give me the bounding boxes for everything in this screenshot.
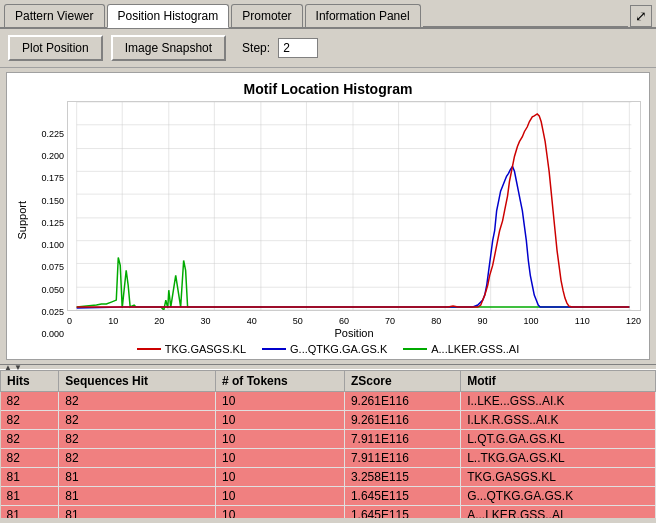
cell-motif: L.QT.G.GA.GS.KL	[461, 430, 656, 449]
tab-bar: Pattern Viewer Position Histogram Promot…	[0, 0, 656, 29]
col-sequences-hit: Sequences Hit	[59, 371, 216, 392]
results-table-scroll[interactable]: Hits Sequences Hit # of Tokens ZScore Mo…	[0, 370, 656, 518]
cell-zscore: 9.261E116	[344, 411, 460, 430]
legend-item-red: TKG.GASGS.KL	[137, 343, 246, 355]
x-axis-label: Position	[67, 327, 641, 339]
cell-tokens: 10	[215, 468, 344, 487]
table-row[interactable]: 8282109.261E116I.LK.R.GSS..AI.K	[1, 411, 656, 430]
image-snapshot-button[interactable]: Image Snapshot	[111, 35, 226, 61]
cell-seq: 82	[59, 430, 216, 449]
table-row[interactable]: 8181101.645E115A...LKER.GSS..AI	[1, 506, 656, 519]
legend-item-blue: G...QTKG.GA.GS.K	[262, 343, 387, 355]
legend-line-red	[137, 348, 161, 350]
tab-position-histogram[interactable]: Position Histogram	[107, 4, 230, 28]
tab-pattern-viewer[interactable]: Pattern Viewer	[4, 4, 105, 27]
resize-icon[interactable]: ⤢	[630, 5, 652, 27]
cell-motif: A...LKER.GSS..AI	[461, 506, 656, 519]
cell-hits: 82	[1, 392, 59, 411]
cell-seq: 82	[59, 449, 216, 468]
cell-tokens: 10	[215, 506, 344, 519]
cell-motif: I..LKE...GSS..AI.K	[461, 392, 656, 411]
cell-seq: 81	[59, 487, 216, 506]
y-axis-label: Support	[16, 201, 28, 240]
chart-legend: TKG.GASGS.KL G...QTKG.GA.GS.K A...LKER.G…	[15, 343, 641, 355]
cell-hits: 82	[1, 449, 59, 468]
cell-hits: 81	[1, 468, 59, 487]
table-header-row: Hits Sequences Hit # of Tokens ZScore Mo…	[1, 371, 656, 392]
col-hits: Hits	[1, 371, 59, 392]
table-row[interactable]: 8181103.258E115TKG.GASGS.KL	[1, 468, 656, 487]
cell-seq: 82	[59, 392, 216, 411]
step-input[interactable]	[278, 38, 318, 58]
cell-motif: TKG.GASGS.KL	[461, 468, 656, 487]
tab-promoter[interactable]: Promoter	[231, 4, 302, 27]
cell-hits: 81	[1, 506, 59, 519]
cell-hits: 82	[1, 430, 59, 449]
cell-zscore: 3.258E115	[344, 468, 460, 487]
cell-tokens: 10	[215, 430, 344, 449]
step-label: Step:	[242, 41, 270, 55]
cell-motif: I.LK.R.GSS..AI.K	[461, 411, 656, 430]
table-row[interactable]: 8282107.911E116L.QT.G.GA.GS.KL	[1, 430, 656, 449]
tab-information-panel[interactable]: Information Panel	[305, 4, 421, 27]
col-zscore: ZScore	[344, 371, 460, 392]
cell-zscore: 7.911E116	[344, 430, 460, 449]
legend-label-blue: G...QTKG.GA.GS.K	[290, 343, 387, 355]
legend-line-blue	[262, 348, 286, 350]
toolbar: Plot Position Image Snapshot Step:	[0, 29, 656, 68]
legend-label-green: A...LKER.GSS..AI	[431, 343, 519, 355]
chart-title: Motif Location Histogram	[15, 81, 641, 97]
plot-position-button[interactable]: Plot Position	[8, 35, 103, 61]
cell-seq: 81	[59, 468, 216, 487]
y-axis-ticks: 0.000 0.025 0.050 0.075 0.100 0.125 0.15…	[31, 129, 67, 339]
col-motif: Motif	[461, 371, 656, 392]
cell-zscore: 1.645E115	[344, 487, 460, 506]
cell-tokens: 10	[215, 487, 344, 506]
table-row[interactable]: 8282109.261E116I..LKE...GSS..AI.K	[1, 392, 656, 411]
cell-tokens: 10	[215, 411, 344, 430]
cell-tokens: 10	[215, 449, 344, 468]
results-table: Hits Sequences Hit # of Tokens ZScore Mo…	[0, 370, 656, 518]
cell-hits: 82	[1, 411, 59, 430]
legend-line-green	[403, 348, 427, 350]
chart-svg	[67, 101, 641, 311]
legend-item-green: A...LKER.GSS..AI	[403, 343, 519, 355]
cell-seq: 82	[59, 411, 216, 430]
table-row[interactable]: 8282107.911E116L..TKG.GA.GS.KL	[1, 449, 656, 468]
cell-tokens: 10	[215, 392, 344, 411]
legend-label-red: TKG.GASGS.KL	[165, 343, 246, 355]
cell-motif: L..TKG.GA.GS.KL	[461, 449, 656, 468]
cell-zscore: 9.261E116	[344, 392, 460, 411]
results-table-wrapper: Hits Sequences Hit # of Tokens ZScore Mo…	[0, 370, 656, 518]
cell-zscore: 1.645E115	[344, 506, 460, 519]
cell-hits: 81	[1, 487, 59, 506]
cell-seq: 81	[59, 506, 216, 519]
cell-motif: G...QTKG.GA.GS.K	[461, 487, 656, 506]
table-row[interactable]: 8181101.645E115G...QTKG.GA.GS.K	[1, 487, 656, 506]
cell-zscore: 7.911E116	[344, 449, 460, 468]
chart-container: Motif Location Histogram Support 0.000 0…	[6, 72, 650, 360]
x-axis-ticks: 0 10 20 30 40 50 60 70 80 90 100 110 120	[67, 316, 641, 326]
col-tokens: # of Tokens	[215, 371, 344, 392]
